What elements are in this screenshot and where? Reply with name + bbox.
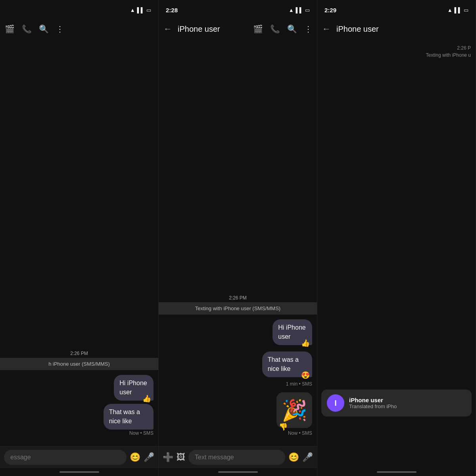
- notif-title: iPhone user: [349, 397, 397, 403]
- back-button-2[interactable]: ←: [163, 24, 172, 34]
- sticker-emoji-2: 🎉: [282, 398, 307, 422]
- bubble-hi-iphone-1: Hi iPhone user 👍: [114, 375, 154, 401]
- sticker-bubble-2: 🎉 👎: [276, 392, 312, 428]
- message-status-2b: Now • SMS: [288, 430, 312, 436]
- gallery-icon-2[interactable]: 🖼: [177, 452, 185, 463]
- info-banner-1: h iPhone user (SMS/MMS): [0, 358, 158, 370]
- message-row-1: Hi iPhone user 👍: [5, 375, 154, 401]
- status-bar-3: 2:29 ▲ ▌▌ ▭: [317, 0, 476, 17]
- input-bar-1: 😊 🎤: [0, 446, 158, 468]
- phone-icon[interactable]: 📞: [22, 24, 32, 34]
- status-bar-1: ▲ ▌▌ ▭: [0, 0, 158, 17]
- search-icon[interactable]: 🔍: [39, 24, 49, 34]
- timestamp-1: 2:26 PM: [5, 351, 154, 356]
- toolbar-3: ← iPhone user: [317, 17, 476, 40]
- signal-icon-3: ▌▌: [455, 7, 462, 13]
- add-icon-2[interactable]: ➕: [163, 452, 173, 463]
- reaction-thumbs-2: 👍: [301, 338, 310, 348]
- panel-1: ▲ ▌▌ ▭ 🎬 📞 🔍 ⋮ 2:26 PM h iPhone user (SM…: [0, 0, 159, 476]
- message-input-2[interactable]: [188, 450, 285, 465]
- info-banner-2: Texting with iPhone user (SMS/MMS): [159, 302, 317, 315]
- more-icon-2[interactable]: ⋮: [304, 24, 312, 34]
- status-time-3: 2:29: [324, 7, 336, 13]
- message-area-2: 2:26 PM Texting with iPhone user (SMS/MM…: [159, 40, 317, 446]
- home-bar-3: [377, 471, 416, 473]
- mic-icon-2[interactable]: 🎤: [302, 452, 313, 463]
- status-time-2: 2:28: [166, 7, 178, 13]
- contact-name-3: iPhone user: [336, 25, 471, 34]
- signal-icon-2: ▌▌: [296, 7, 303, 13]
- panel-2: 2:28 ▲ ▌▌ ▭ ← iPhone user 🎬 📞 🔍 ⋮ 2:26 P…: [159, 0, 317, 476]
- home-bar-2: [218, 471, 258, 473]
- bubble-nice-like-1: That was a nice like: [104, 404, 154, 430]
- status-icons-3: ▲ ▌▌ ▭: [447, 7, 468, 13]
- bubble-nice-like-2: That was a nice like 😍: [262, 351, 312, 377]
- home-bar-1: [60, 471, 99, 473]
- contact-name-2: iPhone user: [178, 25, 249, 34]
- video-call-icon[interactable]: 🎬: [5, 24, 15, 34]
- wifi-icon-3: ▲: [447, 7, 453, 13]
- notification-toast[interactable]: I iPhone user Translated from iPho: [321, 390, 472, 416]
- side-timestamp-3: 2:26 P: [322, 45, 471, 51]
- back-button-3[interactable]: ←: [322, 24, 331, 34]
- bubble-hi-2: Hi iPhone user 👍: [273, 319, 312, 345]
- home-indicator-3: [317, 468, 476, 476]
- wifi-icon: ▲: [130, 7, 135, 13]
- emoji-icon-1[interactable]: 😊: [130, 452, 140, 463]
- reaction-thumbs-down-2: 👎: [279, 422, 288, 431]
- message-area-1: 2:26 PM h iPhone user (SMS/MMS) Hi iPhon…: [0, 40, 158, 446]
- message-row-nice-2: That was a nice like 😍 1 min • SMS: [163, 351, 312, 389]
- video-call-icon-2[interactable]: 🎬: [253, 24, 263, 34]
- timestamp-2: 2:26 PM: [163, 295, 312, 301]
- phone-icon-2[interactable]: 📞: [270, 24, 280, 34]
- notif-avatar: I: [327, 394, 344, 412]
- notif-text: iPhone user Translated from iPho: [349, 397, 397, 409]
- message-row-sticker-2: 🎉 👎 Now • SMS: [163, 392, 312, 438]
- message-status-2a: 1 min • SMS: [286, 381, 312, 387]
- status-icons-2: ▲ ▌▌ ▭: [289, 7, 310, 13]
- message-row-hi-2: Hi iPhone user 👍: [163, 319, 312, 348]
- message-row-2: That was a nice like Now • SMS: [5, 404, 154, 438]
- reaction-thumbs-1: 👍: [142, 394, 151, 404]
- message-input-1[interactable]: [4, 450, 127, 465]
- battery-icon: ▭: [146, 7, 151, 13]
- battery-icon-2: ▭: [305, 7, 310, 13]
- toolbar-1: 🎬 📞 🔍 ⋮: [0, 17, 158, 40]
- wifi-icon-2: ▲: [289, 7, 294, 13]
- home-indicator-1: [0, 468, 158, 476]
- message-status-1: Now • SMS: [129, 430, 154, 436]
- notif-subtitle: Translated from iPho: [349, 403, 397, 409]
- emoji-icon-2[interactable]: 😊: [288, 452, 299, 463]
- reaction-heart-eyes-2: 😍: [301, 370, 310, 380]
- signal-icon: ▌▌: [137, 7, 144, 13]
- panel-3: 2:29 ▲ ▌▌ ▭ ← iPhone user 2:26 P Texting…: [317, 0, 476, 476]
- home-indicator-2: [159, 468, 317, 476]
- input-bar-2: ➕ 🖼 😊 🎤: [159, 446, 317, 468]
- toolbar-icons-1: 🎬 📞 🔍 ⋮: [5, 24, 64, 34]
- status-bar-2: 2:28 ▲ ▌▌ ▭: [159, 0, 317, 17]
- toolbar-2: ← iPhone user 🎬 📞 🔍 ⋮: [159, 17, 317, 40]
- status-icons-1: ▲ ▌▌ ▭: [130, 7, 151, 13]
- toolbar-icons-2: 🎬 📞 🔍 ⋮: [253, 24, 312, 34]
- mic-icon-1[interactable]: 🎤: [144, 452, 154, 463]
- side-info-3: Texting with iPhone u: [322, 52, 471, 58]
- more-icon[interactable]: ⋮: [56, 24, 64, 34]
- panel-3-content: 2:26 P Texting with iPhone u I iPhone us…: [317, 40, 476, 468]
- battery-icon-3: ▭: [464, 7, 468, 13]
- search-icon-2[interactable]: 🔍: [287, 24, 297, 34]
